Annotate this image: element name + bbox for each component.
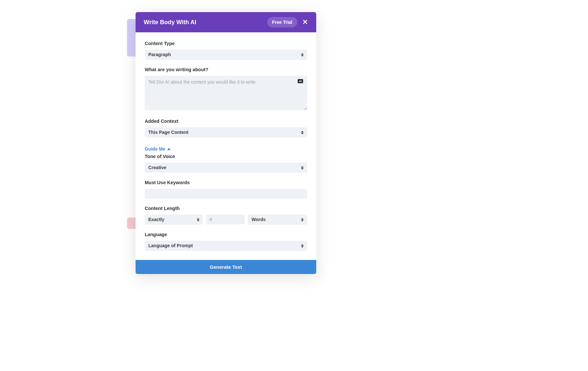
added-context-label: Added Context — [145, 119, 307, 124]
content-length-label: Content Length — [145, 206, 307, 211]
writing-about-textarea[interactable] — [145, 76, 307, 110]
triangle-up-icon — [167, 148, 171, 150]
writing-about-label: What are you writing about? — [145, 67, 307, 72]
content-type-label: Content Type — [145, 41, 307, 46]
tone-select[interactable]: Creative — [145, 163, 307, 173]
added-context-select[interactable]: This Page Content — [145, 127, 307, 137]
language-group: Language Language of Prompt — [145, 232, 307, 251]
tone-label: Tone of Voice — [145, 154, 307, 159]
generate-text-button[interactable]: Generate Text — [136, 260, 316, 274]
modal-footer: Generate Text — [136, 260, 316, 274]
content-length-mode-select[interactable]: Exactly — [145, 215, 203, 225]
language-select[interactable]: Language of Prompt — [145, 241, 307, 251]
language-label: Language — [145, 232, 307, 237]
modal-title: Write Body With AI — [144, 19, 196, 26]
modal-header: Write Body With AI Free Trial — [136, 12, 316, 32]
modal-body: Content Type Paragraph What are you writ… — [136, 32, 316, 260]
close-button[interactable] — [301, 18, 309, 27]
content-type-group: Content Type Paragraph — [145, 41, 307, 60]
ai-write-modal: Write Body With AI Free Trial Content Ty… — [136, 12, 316, 274]
content-length-group: Content Length Exactly Words — [145, 206, 307, 225]
close-icon — [302, 19, 308, 25]
content-length-unit-select[interactable]: Words — [248, 215, 307, 225]
keywords-input[interactable] — [145, 189, 307, 199]
header-actions: Free Trial — [267, 17, 309, 27]
keywords-group: Must Use Keywords — [145, 180, 307, 199]
guide-me-toggle[interactable]: Guide Me — [145, 146, 171, 152]
free-trial-button[interactable]: Free Trial — [267, 17, 297, 27]
guide-me-label: Guide Me — [145, 146, 165, 152]
content-length-count-input[interactable] — [206, 215, 245, 224]
added-context-group: Added Context This Page Content — [145, 119, 307, 137]
keywords-label: Must Use Keywords — [145, 180, 307, 185]
tone-group: Tone of Voice Creative — [145, 154, 307, 173]
writing-about-group: What are you writing about? AI — [145, 67, 307, 111]
content-type-select[interactable]: Paragraph — [145, 50, 307, 60]
ai-badge-button[interactable]: AI — [298, 79, 303, 83]
